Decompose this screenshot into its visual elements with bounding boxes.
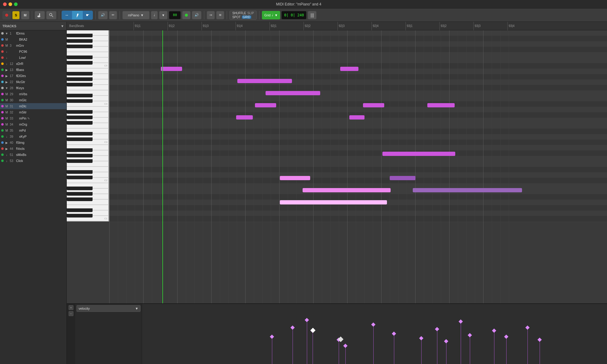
track-item[interactable]: ▶40fStmg xyxy=(0,140,66,146)
velocity-diamond[interactable] xyxy=(444,339,448,343)
record-button[interactable] xyxy=(2,11,11,19)
track-item[interactable]: M3mGrv xyxy=(0,42,66,49)
velocity-diamond[interactable] xyxy=(525,325,530,330)
grid-zoom-button[interactable]: ||| xyxy=(308,11,317,19)
velocity-diamond[interactable] xyxy=(305,318,309,322)
velocity-diamond[interactable] xyxy=(435,327,439,331)
piano-black-key[interactable] xyxy=(67,159,93,163)
track-item[interactable]: M32mSitr xyxy=(0,109,66,115)
chord-button[interactable]: ▼ xyxy=(159,11,168,19)
midi-note[interactable] xyxy=(237,79,292,83)
midi-note[interactable] xyxy=(340,67,358,71)
speaker2-button[interactable]: 🔊 xyxy=(192,11,202,19)
piano-black-key[interactable] xyxy=(67,56,93,59)
midi-note[interactable] xyxy=(266,91,320,95)
grid-dropdown[interactable]: Grid ♩ ▼ xyxy=(262,11,280,19)
track-item[interactable]: ▶17fElGtrs xyxy=(0,73,66,79)
piano-black-key[interactable] xyxy=(67,34,93,37)
track-item[interactable]: M29mVbs xyxy=(0,91,66,97)
velocity-up-button[interactable]: + xyxy=(69,305,73,310)
piano-black-key[interactable] xyxy=(67,83,93,86)
track-item[interactable]: M35mPd xyxy=(0,127,66,133)
velocity-diamond[interactable] xyxy=(468,333,472,337)
midi-note[interactable] xyxy=(382,152,455,156)
piano-black-key[interactable] xyxy=(67,121,93,125)
track-item[interactable]: ▼28fKeys xyxy=(0,85,66,91)
midi-note[interactable] xyxy=(236,115,253,120)
tune-button[interactable]: ✏ xyxy=(109,11,117,19)
pencil-mode-button[interactable] xyxy=(72,11,83,19)
piano-black-key[interactable] xyxy=(67,176,93,179)
piano-black-key[interactable] xyxy=(67,137,93,141)
midi-note[interactable] xyxy=(363,103,384,107)
track-item[interactable]: ↓Low! xyxy=(0,55,66,61)
track-item[interactable]: M30mGlc xyxy=(0,97,66,103)
velocity-diamond[interactable] xyxy=(537,338,542,342)
midi-note[interactable] xyxy=(280,176,310,180)
velocity-diamond[interactable] xyxy=(392,332,396,336)
track-item[interactable]: ↓53Click xyxy=(0,158,66,164)
velocity-diamond[interactable] xyxy=(270,335,274,339)
track-item[interactable]: M31mDlc xyxy=(0,103,66,109)
piano-black-key[interactable] xyxy=(67,154,93,157)
tracks-menu-arrow[interactable]: ▼ xyxy=(61,24,64,28)
s-button[interactable]: S xyxy=(12,11,20,19)
eq-button[interactable]: ≋ xyxy=(216,11,224,19)
velocity-diamond[interactable] xyxy=(459,319,463,324)
velocity-diamond[interactable] xyxy=(371,322,375,327)
search-button[interactable] xyxy=(46,11,56,19)
velocity-diamond[interactable] xyxy=(290,325,295,330)
midi-note[interactable] xyxy=(495,188,522,192)
midi-note[interactable] xyxy=(349,115,365,120)
midi-note[interactable] xyxy=(427,103,455,107)
track-item[interactable]: ↓PC96 xyxy=(0,49,66,55)
hand-mode-button[interactable]: ☛ xyxy=(83,11,93,19)
piano-black-key[interactable] xyxy=(67,208,93,212)
velocity-selected-diamond[interactable] xyxy=(310,328,316,333)
velocity-dropdown[interactable]: velocity ▼ xyxy=(76,305,141,312)
m-button[interactable]: M xyxy=(21,11,29,19)
velocity-diamond[interactable] xyxy=(492,329,496,333)
piano-black-key[interactable] xyxy=(67,72,93,76)
piano-black-key[interactable] xyxy=(67,45,93,48)
note-icon-button[interactable] xyxy=(35,11,45,19)
midi-note[interactable] xyxy=(303,188,391,192)
piano-black-key[interactable] xyxy=(67,170,93,174)
instrument-selector[interactable]: mPiano ▼ xyxy=(122,11,150,19)
track-item[interactable]: ▶44fVocls xyxy=(0,146,66,152)
piano-black-key[interactable] xyxy=(67,187,93,190)
track-item[interactable]: ▶22fAcGtr xyxy=(0,79,66,85)
piano-black-key[interactable] xyxy=(67,110,93,114)
track-item[interactable]: M34mOrg xyxy=(0,121,66,127)
link-button[interactable]: ⇒ xyxy=(207,11,215,19)
piano-black-key[interactable] xyxy=(67,39,93,43)
midi-note[interactable] xyxy=(304,200,387,204)
piano-black-key[interactable] xyxy=(67,61,93,65)
piano-black-key[interactable] xyxy=(67,99,93,103)
piano-black-key[interactable] xyxy=(67,214,93,217)
piano-black-key[interactable] xyxy=(67,192,93,196)
piano-black-key[interactable] xyxy=(67,77,93,81)
track-item[interactable]: ▶13fBass xyxy=(0,67,66,73)
piano-black-key[interactable] xyxy=(67,148,93,152)
midi-note[interactable] xyxy=(413,188,498,192)
midi-note[interactable] xyxy=(161,67,182,71)
velocity-diamond[interactable] xyxy=(504,335,508,339)
velocity-down-button[interactable]: − xyxy=(69,311,73,316)
midi-note[interactable] xyxy=(390,176,415,180)
piano-black-key[interactable] xyxy=(67,116,93,119)
track-item[interactable]: ↓51sMixBs xyxy=(0,152,66,158)
speaker-button[interactable]: 🔊 xyxy=(98,11,108,19)
metronome-button[interactable] xyxy=(182,11,191,19)
track-item[interactable]: ▼1fDrms xyxy=(0,30,66,36)
track-item[interactable]: M33mPin ✎ xyxy=(0,115,66,121)
note-value-button[interactable]: ♩ xyxy=(151,11,158,19)
midi-note[interactable] xyxy=(255,103,276,107)
velocity-diamond[interactable] xyxy=(343,344,348,348)
piano-black-key[interactable] xyxy=(67,197,93,201)
piano-black-key[interactable] xyxy=(67,94,93,97)
track-item[interactable]: MBKA2 xyxy=(0,36,66,42)
midi-note[interactable] xyxy=(280,200,305,204)
pointer-mode-button[interactable]: ↔ xyxy=(62,11,72,19)
maximize-button[interactable] xyxy=(14,2,18,6)
